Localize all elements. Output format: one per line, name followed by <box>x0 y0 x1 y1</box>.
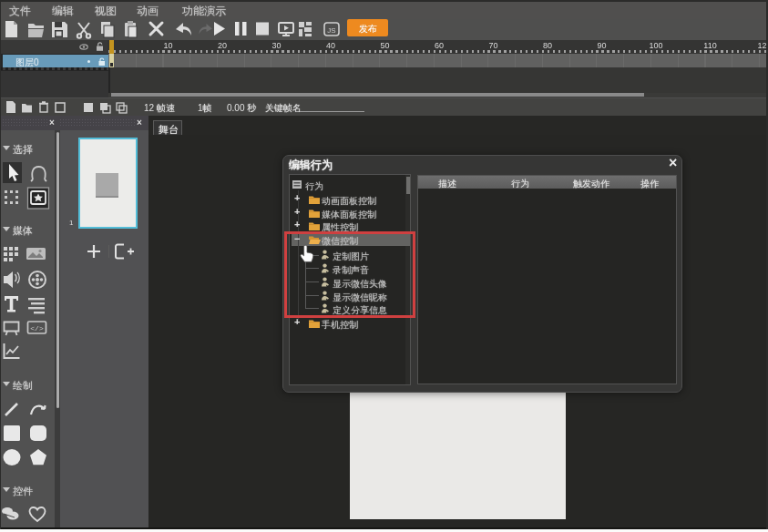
svg-text:</>: </> <box>30 324 44 332</box>
svg-text:JS: JS <box>327 26 335 35</box>
